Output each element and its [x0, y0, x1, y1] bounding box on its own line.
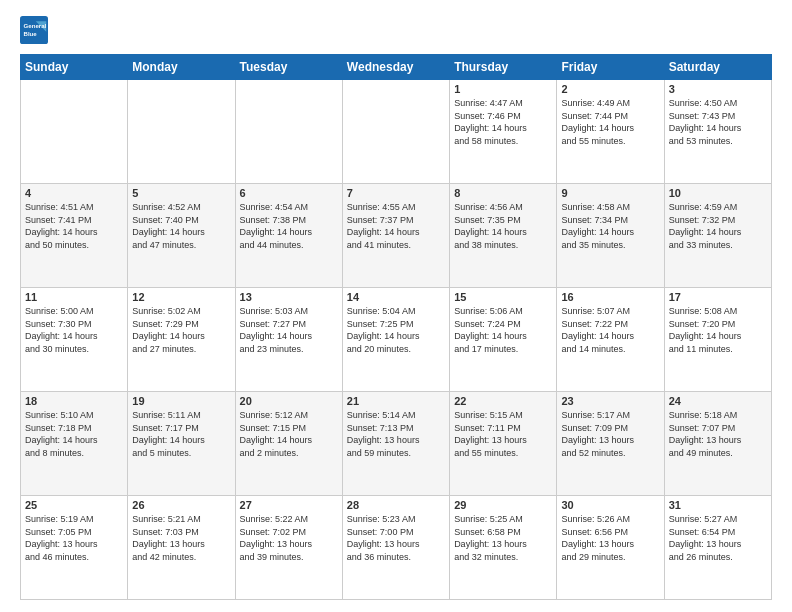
calendar-cell: 28Sunrise: 5:23 AM Sunset: 7:00 PM Dayli…	[342, 496, 449, 600]
weekday-header-friday: Friday	[557, 55, 664, 80]
day-info: Sunrise: 5:04 AM Sunset: 7:25 PM Dayligh…	[347, 305, 445, 355]
calendar-cell: 21Sunrise: 5:14 AM Sunset: 7:13 PM Dayli…	[342, 392, 449, 496]
day-info: Sunrise: 5:17 AM Sunset: 7:09 PM Dayligh…	[561, 409, 659, 459]
day-info: Sunrise: 5:08 AM Sunset: 7:20 PM Dayligh…	[669, 305, 767, 355]
day-info: Sunrise: 5:07 AM Sunset: 7:22 PM Dayligh…	[561, 305, 659, 355]
day-number: 14	[347, 291, 445, 303]
calendar-cell	[128, 80, 235, 184]
week-row-2: 4Sunrise: 4:51 AM Sunset: 7:41 PM Daylig…	[21, 184, 772, 288]
calendar-cell: 7Sunrise: 4:55 AM Sunset: 7:37 PM Daylig…	[342, 184, 449, 288]
calendar-cell: 2Sunrise: 4:49 AM Sunset: 7:44 PM Daylig…	[557, 80, 664, 184]
day-info: Sunrise: 4:50 AM Sunset: 7:43 PM Dayligh…	[669, 97, 767, 147]
week-row-5: 25Sunrise: 5:19 AM Sunset: 7:05 PM Dayli…	[21, 496, 772, 600]
day-number: 16	[561, 291, 659, 303]
page: General Blue SundayMondayTuesdayWednesda…	[0, 0, 792, 612]
day-info: Sunrise: 5:25 AM Sunset: 6:58 PM Dayligh…	[454, 513, 552, 563]
day-info: Sunrise: 4:51 AM Sunset: 7:41 PM Dayligh…	[25, 201, 123, 251]
day-info: Sunrise: 5:00 AM Sunset: 7:30 PM Dayligh…	[25, 305, 123, 355]
day-number: 6	[240, 187, 338, 199]
day-number: 20	[240, 395, 338, 407]
day-info: Sunrise: 4:47 AM Sunset: 7:46 PM Dayligh…	[454, 97, 552, 147]
calendar-cell: 12Sunrise: 5:02 AM Sunset: 7:29 PM Dayli…	[128, 288, 235, 392]
day-number: 8	[454, 187, 552, 199]
day-info: Sunrise: 4:52 AM Sunset: 7:40 PM Dayligh…	[132, 201, 230, 251]
weekday-header-sunday: Sunday	[21, 55, 128, 80]
day-info: Sunrise: 5:03 AM Sunset: 7:27 PM Dayligh…	[240, 305, 338, 355]
calendar-cell: 31Sunrise: 5:27 AM Sunset: 6:54 PM Dayli…	[664, 496, 771, 600]
day-number: 3	[669, 83, 767, 95]
calendar-cell: 1Sunrise: 4:47 AM Sunset: 7:46 PM Daylig…	[450, 80, 557, 184]
calendar-cell: 11Sunrise: 5:00 AM Sunset: 7:30 PM Dayli…	[21, 288, 128, 392]
calendar-cell: 20Sunrise: 5:12 AM Sunset: 7:15 PM Dayli…	[235, 392, 342, 496]
weekday-header-saturday: Saturday	[664, 55, 771, 80]
day-number: 22	[454, 395, 552, 407]
day-info: Sunrise: 5:27 AM Sunset: 6:54 PM Dayligh…	[669, 513, 767, 563]
day-number: 19	[132, 395, 230, 407]
week-row-4: 18Sunrise: 5:10 AM Sunset: 7:18 PM Dayli…	[21, 392, 772, 496]
calendar-cell: 19Sunrise: 5:11 AM Sunset: 7:17 PM Dayli…	[128, 392, 235, 496]
day-info: Sunrise: 5:14 AM Sunset: 7:13 PM Dayligh…	[347, 409, 445, 459]
day-info: Sunrise: 4:58 AM Sunset: 7:34 PM Dayligh…	[561, 201, 659, 251]
calendar-cell: 15Sunrise: 5:06 AM Sunset: 7:24 PM Dayli…	[450, 288, 557, 392]
weekday-header-row: SundayMondayTuesdayWednesdayThursdayFrid…	[21, 55, 772, 80]
calendar-cell: 30Sunrise: 5:26 AM Sunset: 6:56 PM Dayli…	[557, 496, 664, 600]
day-info: Sunrise: 4:55 AM Sunset: 7:37 PM Dayligh…	[347, 201, 445, 251]
day-number: 25	[25, 499, 123, 511]
day-number: 23	[561, 395, 659, 407]
weekday-header-monday: Monday	[128, 55, 235, 80]
day-number: 31	[669, 499, 767, 511]
logo: General Blue	[20, 16, 48, 44]
day-info: Sunrise: 5:12 AM Sunset: 7:15 PM Dayligh…	[240, 409, 338, 459]
calendar-cell: 26Sunrise: 5:21 AM Sunset: 7:03 PM Dayli…	[128, 496, 235, 600]
calendar-cell: 23Sunrise: 5:17 AM Sunset: 7:09 PM Dayli…	[557, 392, 664, 496]
day-info: Sunrise: 5:26 AM Sunset: 6:56 PM Dayligh…	[561, 513, 659, 563]
weekday-header-wednesday: Wednesday	[342, 55, 449, 80]
calendar-cell: 4Sunrise: 4:51 AM Sunset: 7:41 PM Daylig…	[21, 184, 128, 288]
day-info: Sunrise: 5:02 AM Sunset: 7:29 PM Dayligh…	[132, 305, 230, 355]
calendar-cell: 9Sunrise: 4:58 AM Sunset: 7:34 PM Daylig…	[557, 184, 664, 288]
svg-text:Blue: Blue	[24, 30, 38, 37]
calendar-cell: 8Sunrise: 4:56 AM Sunset: 7:35 PM Daylig…	[450, 184, 557, 288]
calendar-cell	[235, 80, 342, 184]
calendar-cell: 17Sunrise: 5:08 AM Sunset: 7:20 PM Dayli…	[664, 288, 771, 392]
logo-icon: General Blue	[20, 16, 48, 44]
day-number: 29	[454, 499, 552, 511]
week-row-3: 11Sunrise: 5:00 AM Sunset: 7:30 PM Dayli…	[21, 288, 772, 392]
calendar-cell: 3Sunrise: 4:50 AM Sunset: 7:43 PM Daylig…	[664, 80, 771, 184]
day-info: Sunrise: 4:54 AM Sunset: 7:38 PM Dayligh…	[240, 201, 338, 251]
svg-text:General: General	[24, 22, 47, 29]
day-number: 5	[132, 187, 230, 199]
day-number: 24	[669, 395, 767, 407]
day-info: Sunrise: 5:19 AM Sunset: 7:05 PM Dayligh…	[25, 513, 123, 563]
calendar-cell: 29Sunrise: 5:25 AM Sunset: 6:58 PM Dayli…	[450, 496, 557, 600]
weekday-header-tuesday: Tuesday	[235, 55, 342, 80]
calendar-cell: 14Sunrise: 5:04 AM Sunset: 7:25 PM Dayli…	[342, 288, 449, 392]
day-info: Sunrise: 5:10 AM Sunset: 7:18 PM Dayligh…	[25, 409, 123, 459]
day-number: 13	[240, 291, 338, 303]
day-number: 17	[669, 291, 767, 303]
day-number: 4	[25, 187, 123, 199]
week-row-1: 1Sunrise: 4:47 AM Sunset: 7:46 PM Daylig…	[21, 80, 772, 184]
day-number: 15	[454, 291, 552, 303]
day-info: Sunrise: 5:22 AM Sunset: 7:02 PM Dayligh…	[240, 513, 338, 563]
day-info: Sunrise: 4:59 AM Sunset: 7:32 PM Dayligh…	[669, 201, 767, 251]
day-number: 26	[132, 499, 230, 511]
day-number: 21	[347, 395, 445, 407]
calendar-cell: 10Sunrise: 4:59 AM Sunset: 7:32 PM Dayli…	[664, 184, 771, 288]
day-number: 9	[561, 187, 659, 199]
calendar-cell	[21, 80, 128, 184]
day-number: 27	[240, 499, 338, 511]
day-info: Sunrise: 5:06 AM Sunset: 7:24 PM Dayligh…	[454, 305, 552, 355]
day-number: 1	[454, 83, 552, 95]
calendar-cell: 13Sunrise: 5:03 AM Sunset: 7:27 PM Dayli…	[235, 288, 342, 392]
weekday-header-thursday: Thursday	[450, 55, 557, 80]
day-info: Sunrise: 5:11 AM Sunset: 7:17 PM Dayligh…	[132, 409, 230, 459]
day-info: Sunrise: 4:49 AM Sunset: 7:44 PM Dayligh…	[561, 97, 659, 147]
day-info: Sunrise: 5:18 AM Sunset: 7:07 PM Dayligh…	[669, 409, 767, 459]
day-info: Sunrise: 5:23 AM Sunset: 7:00 PM Dayligh…	[347, 513, 445, 563]
day-number: 28	[347, 499, 445, 511]
calendar-cell: 16Sunrise: 5:07 AM Sunset: 7:22 PM Dayli…	[557, 288, 664, 392]
day-number: 12	[132, 291, 230, 303]
calendar-cell: 22Sunrise: 5:15 AM Sunset: 7:11 PM Dayli…	[450, 392, 557, 496]
calendar-cell	[342, 80, 449, 184]
